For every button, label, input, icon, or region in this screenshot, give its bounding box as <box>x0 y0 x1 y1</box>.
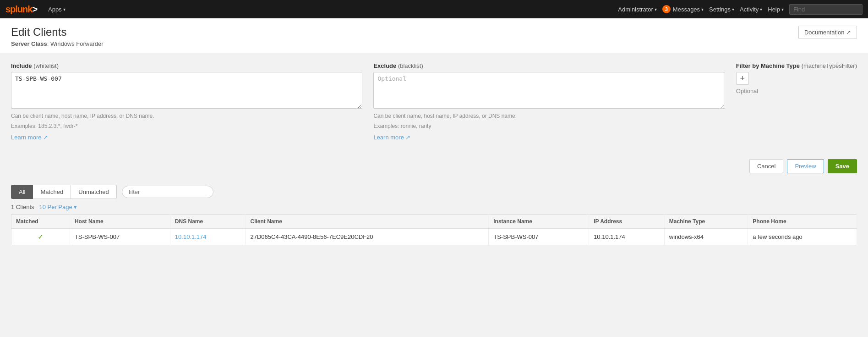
topnav-right: Administrator ▾ 3 Messages ▾ Settings ▾ … <box>618 4 863 15</box>
admin-label: Administrator <box>618 6 653 13</box>
exclude-learn-more[interactable]: Learn more ↗ <box>373 134 410 141</box>
top-navigation: splunk> Apps ▾ Administrator ▾ 3 Message… <box>0 0 868 18</box>
messages-menu[interactable]: 3 Messages ▾ <box>662 5 704 13</box>
subtitle-prefix: Server Class <box>11 40 47 47</box>
admin-menu[interactable]: Administrator ▾ <box>618 6 657 13</box>
cell-phone-home: a few seconds ago <box>748 229 857 245</box>
tab-matched[interactable]: Matched <box>33 185 71 199</box>
exclude-hint2: Examples: ronnie, rarity <box>373 122 725 130</box>
col-phone-home: Phone Home <box>748 215 857 229</box>
cancel-button[interactable]: Cancel <box>749 159 783 173</box>
per-page-label: 10 Per Page <box>39 204 72 210</box>
preview-button[interactable]: Preview <box>787 159 824 173</box>
filter-optional-text: Optional <box>736 88 758 94</box>
apps-chevron-icon: ▾ <box>63 7 66 12</box>
tab-all[interactable]: All <box>11 185 33 199</box>
settings-label: Settings <box>709 6 731 13</box>
apps-label: Apps <box>48 6 62 13</box>
table-body: ✓ TS-SPB-WS-007 10.10.1.174 27D065C4-43C… <box>11 229 857 245</box>
form-area: Include (whitelist) TS-SPB-WS-007 Can be… <box>0 53 868 155</box>
cell-matched: ✓ <box>11 229 70 245</box>
filter-label-text: Filter by Machine Type <box>736 62 800 69</box>
table-row: ✓ TS-SPB-WS-007 10.10.1.174 27D065C4-43C… <box>11 229 857 245</box>
exclude-textarea[interactable] <box>373 72 725 109</box>
header-left: Edit Clients Server Class: Windows Forwa… <box>11 26 104 47</box>
messages-chevron-icon: ▾ <box>701 7 704 12</box>
include-hint1: Can be client name, host name, IP addres… <box>11 112 362 120</box>
include-hint2: Examples: 185.2.3.*, fwdr-* <box>11 122 362 130</box>
clients-section: All Matched Unmatched 1 Clients 10 Per P… <box>0 179 868 251</box>
cell-host-name: TS-SPB-WS-007 <box>70 229 170 245</box>
col-ip-address: IP Address <box>589 215 665 229</box>
help-label: Help <box>768 6 780 13</box>
exclude-column: Exclude (blacklist) Can be client name, … <box>373 62 725 141</box>
include-learn-more[interactable]: Learn more ↗ <box>11 134 48 141</box>
table-header: Matched Host Name DNS Name Client Name I… <box>11 215 857 229</box>
admin-chevron-icon: ▾ <box>655 7 657 12</box>
filter-column: Filter by Machine Type (machineTypesFilt… <box>736 62 857 141</box>
save-button[interactable]: Save <box>828 159 857 173</box>
filter-add-button[interactable]: + <box>736 72 749 85</box>
include-label: Include (whitelist) <box>11 62 362 69</box>
exclude-label-text: Exclude <box>373 62 396 69</box>
settings-menu[interactable]: Settings ▾ <box>709 6 734 13</box>
apps-menu[interactable]: Apps ▾ <box>48 6 66 13</box>
documentation-button[interactable]: Documentation ↗ <box>798 26 857 39</box>
per-page-chevron-icon: ▾ <box>74 204 77 210</box>
page-subtitle: Server Class: Windows Forwarder <box>11 40 104 47</box>
activity-menu[interactable]: Activity ▾ <box>740 6 762 13</box>
cell-instance-name: TS-SPB-WS-007 <box>489 229 589 245</box>
messages-label: Messages <box>673 6 700 13</box>
include-label-text: Include <box>11 62 32 69</box>
col-machine-type: Machine Type <box>664 215 748 229</box>
per-page-selector[interactable]: 10 Per Page ▾ <box>39 204 77 210</box>
exclude-sub-label: (blacklist) <box>398 62 423 69</box>
col-client-name: Client Name <box>246 215 489 229</box>
page-title: Edit Clients <box>11 26 104 39</box>
filter-label: Filter by Machine Type (machineTypesFilt… <box>736 62 857 69</box>
tab-bar: All Matched Unmatched <box>11 185 857 199</box>
col-host-name: Host Name <box>70 215 170 229</box>
settings-chevron-icon: ▾ <box>732 7 734 12</box>
col-dns-name: DNS Name <box>170 215 246 229</box>
activity-label: Activity <box>740 6 759 13</box>
cell-machine-type: windows-x64 <box>664 229 748 245</box>
action-bar: Cancel Preview Save <box>0 155 868 179</box>
include-textarea[interactable]: TS-SPB-WS-007 <box>11 72 362 109</box>
clients-summary: 1 Clients 10 Per Page ▾ <box>11 204 857 210</box>
help-chevron-icon: ▾ <box>781 7 784 12</box>
clients-count: 1 Clients <box>11 204 34 210</box>
col-matched: Matched <box>11 215 70 229</box>
splunk-logo: splunk> <box>5 4 37 15</box>
cell-ip-address: 10.10.1.174 <box>589 229 665 245</box>
exclude-hint1: Can be client name, host name, IP addres… <box>373 112 725 120</box>
tab-unmatched[interactable]: Unmatched <box>71 185 116 199</box>
cell-dns-name[interactable]: 10.10.1.174 <box>170 229 246 245</box>
filter-sub-label: (machineTypesFilter) <box>802 62 857 69</box>
col-instance-name: Instance Name <box>489 215 589 229</box>
activity-chevron-icon: ▾ <box>760 7 762 12</box>
messages-badge: 3 <box>662 5 671 13</box>
include-sub-label: (whitelist) <box>33 62 59 69</box>
clients-table: Matched Host Name DNS Name Client Name I… <box>11 214 857 245</box>
form-row: Include (whitelist) TS-SPB-WS-007 Can be… <box>11 62 857 141</box>
cell-client-name: 27D065C4-43CA-4490-8E56-7EC9E20CDF20 <box>246 229 489 245</box>
clients-filter-input[interactable] <box>122 186 213 198</box>
exclude-label: Exclude (blacklist) <box>373 62 725 69</box>
subtitle-value: Windows Forwarder <box>50 40 104 47</box>
include-column: Include (whitelist) TS-SPB-WS-007 Can be… <box>11 62 362 141</box>
help-menu[interactable]: Help ▾ <box>768 6 784 13</box>
page-header: Edit Clients Server Class: Windows Forwa… <box>0 18 868 53</box>
find-input[interactable] <box>789 4 863 15</box>
